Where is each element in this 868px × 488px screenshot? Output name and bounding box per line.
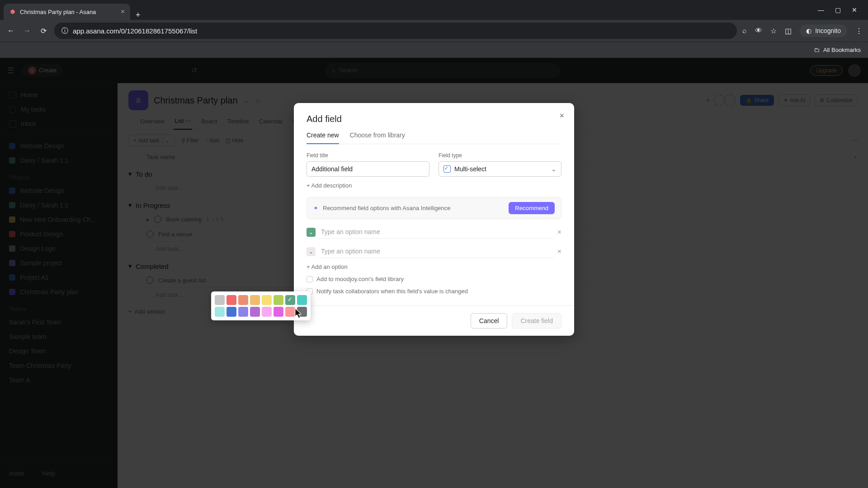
back-icon[interactable]: ← bbox=[5, 27, 16, 35]
color-swatch[interactable] bbox=[215, 307, 225, 317]
ai-recommend-row: ✦ Recommend field options with Asana Int… bbox=[307, 197, 561, 219]
ai-text: Recommend field options with Asana Intel… bbox=[323, 205, 451, 211]
modal-title: Add field bbox=[307, 114, 561, 124]
close-window-icon[interactable]: ✕ bbox=[852, 6, 857, 14]
field-type-label: Field type bbox=[439, 152, 561, 159]
tab-title: Christmas Party plan - Asana bbox=[20, 9, 96, 15]
color-swatch[interactable] bbox=[226, 307, 236, 317]
eye-off-icon[interactable]: 👁 bbox=[755, 27, 762, 35]
option-name-input[interactable] bbox=[319, 245, 554, 258]
sparkle-icon: ✦ bbox=[313, 205, 318, 211]
url-text: app.asana.com/0/1206182861755067/list bbox=[73, 27, 197, 35]
site-info-icon[interactable]: ⓘ bbox=[61, 27, 68, 35]
color-swatch[interactable] bbox=[297, 307, 307, 317]
field-title-label: Field title bbox=[307, 152, 429, 159]
remove-option-icon[interactable]: × bbox=[557, 228, 561, 236]
field-title-input[interactable] bbox=[307, 161, 429, 177]
search-icon[interactable]: ⌕ bbox=[742, 27, 747, 35]
option-color-chip[interactable]: ⌄ bbox=[307, 228, 316, 237]
option-name-input[interactable] bbox=[319, 225, 554, 239]
color-swatch[interactable] bbox=[285, 307, 295, 317]
new-tab-button[interactable]: + bbox=[130, 10, 146, 20]
cancel-button[interactable]: Cancel bbox=[471, 313, 508, 328]
color-swatch[interactable] bbox=[262, 295, 272, 305]
field-type-select[interactable]: Multi-select ⌄ bbox=[439, 161, 561, 177]
forward-icon: → bbox=[22, 27, 33, 35]
color-swatch[interactable] bbox=[238, 307, 248, 317]
recommend-button[interactable]: Recommend bbox=[509, 202, 555, 214]
maximize-icon[interactable]: ▢ bbox=[835, 6, 841, 14]
color-swatch[interactable] bbox=[274, 307, 283, 317]
reload-icon[interactable]: ⟳ bbox=[38, 27, 49, 35]
create-field-button: Create field bbox=[512, 313, 561, 328]
color-swatch[interactable] bbox=[226, 295, 236, 305]
multiselect-icon bbox=[443, 165, 451, 173]
color-swatch[interactable] bbox=[250, 307, 260, 317]
window-controls: — ▢ ✕ bbox=[811, 0, 864, 20]
minimize-icon[interactable]: — bbox=[818, 6, 824, 14]
modal-tab-create[interactable]: Create new bbox=[307, 131, 339, 144]
option-color-chip[interactable]: ⌄ bbox=[307, 247, 316, 256]
remove-option-icon[interactable]: × bbox=[557, 248, 561, 256]
field-type-value: Multi-select bbox=[454, 165, 486, 173]
color-swatch[interactable] bbox=[238, 295, 248, 305]
checkbox[interactable] bbox=[307, 276, 313, 282]
kebab-menu-icon[interactable]: ⋮ bbox=[855, 27, 863, 35]
color-swatch[interactable] bbox=[285, 295, 295, 305]
folder-icon: 🗀 bbox=[814, 47, 820, 53]
browser-tab[interactable]: Christmas Party plan - Asana × bbox=[4, 4, 130, 20]
address-bar[interactable]: ⓘ app.asana.com/0/1206182861755067/list bbox=[54, 23, 737, 39]
checkbox-label[interactable]: Notify task collaborators when this fiel… bbox=[316, 288, 468, 295]
color-swatch[interactable] bbox=[297, 295, 307, 305]
incognito-badge[interactable]: ◐ Incognito bbox=[800, 24, 847, 37]
checkbox-label[interactable]: Add to moodjoy.com's field library bbox=[316, 276, 404, 282]
tab-close-icon[interactable]: × bbox=[121, 8, 125, 16]
modal-tab-library[interactable]: Choose from library bbox=[350, 131, 405, 144]
color-swatch[interactable] bbox=[250, 295, 260, 305]
incognito-label: Incognito bbox=[815, 27, 841, 34]
color-swatch[interactable] bbox=[262, 307, 272, 317]
sidepanel-icon[interactable]: ◫ bbox=[785, 27, 792, 35]
all-bookmarks-button[interactable]: All Bookmarks bbox=[823, 47, 861, 53]
color-swatch[interactable] bbox=[274, 295, 283, 305]
color-swatch[interactable] bbox=[215, 295, 225, 305]
star-icon[interactable]: ☆ bbox=[770, 27, 777, 35]
add-description-button[interactable]: Add description bbox=[307, 182, 561, 189]
color-picker-popover bbox=[211, 291, 311, 320]
close-icon[interactable]: × bbox=[559, 111, 564, 121]
tab-favicon-icon bbox=[9, 8, 16, 15]
incognito-icon: ◐ bbox=[806, 27, 811, 34]
add-option-button[interactable]: Add an option bbox=[307, 263, 561, 270]
chevron-down-icon: ⌄ bbox=[551, 165, 557, 173]
add-field-modal: × Add field Create new Choose from libra… bbox=[294, 103, 574, 336]
